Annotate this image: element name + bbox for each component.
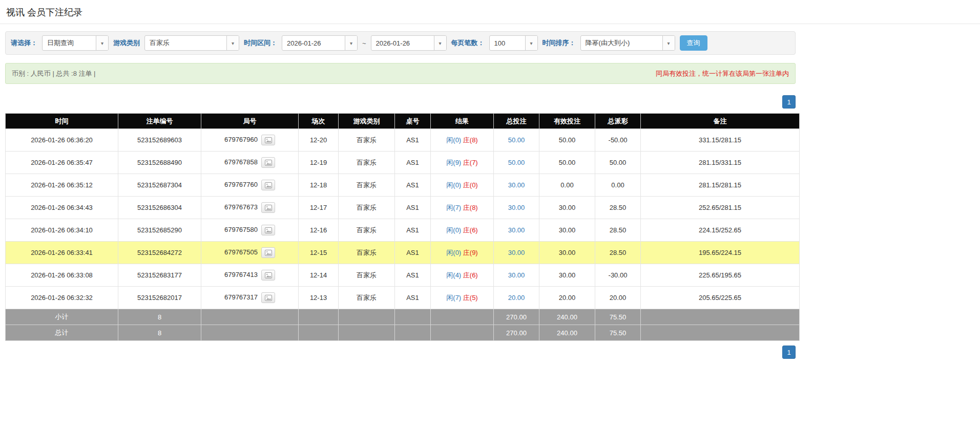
chevron-down-icon[interactable]: ▾ <box>226 36 239 50</box>
total-bet-link[interactable]: 30.00 <box>508 271 525 279</box>
header-total-bet: 总投注 <box>494 114 539 129</box>
round-record-button[interactable] <box>261 270 275 281</box>
round-record-button[interactable] <box>261 247 275 258</box>
cell-valid-bet: 20.00 <box>539 287 595 309</box>
cell-table-no: AS1 <box>395 264 431 287</box>
total-bet-link[interactable]: 30.00 <box>508 226 525 234</box>
subtotal-label: 小计 <box>6 309 118 325</box>
cell-result: 闲(9) 庄(7) <box>431 152 494 174</box>
cell-valid-bet: 50.00 <box>539 129 595 152</box>
table-row: 2026-01-26 06:36:20 523152689603 6797679… <box>6 129 800 152</box>
cell-round-id: 679767673 <box>201 197 299 219</box>
game-type-select[interactable]: 百家乐 ▾ <box>144 35 239 51</box>
round-record-button[interactable] <box>261 135 275 145</box>
cell-valid-bet: 50.00 <box>539 152 595 174</box>
round-id-text: 679767317 <box>224 293 258 301</box>
game-type-label: 游戏类别 <box>113 38 140 48</box>
filter-bar: 请选择： 日期查询 ▾ 游戏类别 百家乐 ▾ 时间区间： 2026-01-26 … <box>5 31 796 55</box>
cell-table-no: AS1 <box>395 287 431 309</box>
footer-empty-cell <box>299 309 339 325</box>
summary-bar: 币别 : 人民币 | 总共 :8 注单 | 同局有效投注，统一计算在该局第一张注… <box>5 63 796 84</box>
cell-payout: 20.00 <box>595 287 641 309</box>
cell-session: 12-16 <box>299 219 339 242</box>
result-player: 闲(9) <box>446 159 461 166</box>
round-record-button[interactable] <box>261 180 275 190</box>
per-page-value: 100 <box>490 36 525 50</box>
header-round-id: 局号 <box>201 114 299 129</box>
cell-game-type: 百家乐 <box>339 242 395 264</box>
total-bet-link[interactable]: 50.00 <box>508 136 525 144</box>
result-player: 闲(0) <box>446 249 461 256</box>
cell-bet-id: 523152682017 <box>118 287 201 309</box>
header-time: 时间 <box>6 114 118 129</box>
subtotal-payout: 75.50 <box>595 309 641 325</box>
cell-result: 闲(0) 庄(6) <box>431 219 494 242</box>
round-id-text: 679767760 <box>224 181 258 188</box>
subtotal-row: 小计 8 270.00 240.00 75.50 <box>6 309 800 325</box>
total-bet-link[interactable]: 20.00 <box>508 294 525 301</box>
round-record-button[interactable] <box>261 292 275 303</box>
per-page-select[interactable]: 100 ▾ <box>489 35 538 51</box>
record-image-icon <box>265 205 272 211</box>
record-image-icon <box>265 227 272 233</box>
cell-bet-id: 523152686304 <box>118 197 201 219</box>
chevron-down-icon[interactable]: ▾ <box>434 36 446 50</box>
cell-remark: 281.15/281.15 <box>641 174 800 197</box>
round-record-button[interactable] <box>261 157 275 168</box>
cell-remark: 195.65/224.15 <box>641 242 800 264</box>
table-row: 2026-01-26 06:33:08 523152683177 6797674… <box>6 264 800 287</box>
date-from-select[interactable]: 2026-01-26 ▾ <box>282 35 358 51</box>
cell-table-no: AS1 <box>395 242 431 264</box>
cell-total-bet: 50.00 <box>494 152 539 174</box>
chevron-down-icon[interactable]: ▾ <box>525 36 537 50</box>
cell-payout: 50.00 <box>595 152 641 174</box>
page-header: 视讯 会员下注纪录 <box>0 0 980 24</box>
table-row: 2026-01-26 06:35:47 523152688490 6797678… <box>6 152 800 174</box>
cell-valid-bet: 30.00 <box>539 219 595 242</box>
per-page-label: 每页笔数： <box>451 38 485 48</box>
date-mode-select[interactable]: 日期查询 ▾ <box>42 35 109 51</box>
cell-time: 2026-01-26 06:33:08 <box>6 264 118 287</box>
footer-empty-cell <box>201 325 299 341</box>
page-button[interactable]: 1 <box>782 95 796 109</box>
round-id-text: 679767673 <box>224 203 258 211</box>
footer-empty-cell <box>431 325 494 341</box>
round-record-button[interactable] <box>261 202 275 213</box>
cell-result: 闲(7) 庄(8) <box>431 197 494 219</box>
header-session: 场次 <box>299 114 339 129</box>
cell-table-no: AS1 <box>395 152 431 174</box>
cell-remark: 281.15/331.15 <box>641 152 800 174</box>
date-mode-label: 请选择： <box>11 38 37 48</box>
chevron-down-icon[interactable]: ▾ <box>345 36 357 50</box>
range-separator: ~ <box>362 39 366 47</box>
header-bet-id: 注单编号 <box>118 114 201 129</box>
chevron-down-icon[interactable]: ▾ <box>96 36 108 50</box>
date-to-select[interactable]: 2026-01-26 ▾ <box>371 35 447 51</box>
total-bet-link[interactable]: 30.00 <box>508 249 525 256</box>
cell-payout: 28.50 <box>595 219 641 242</box>
cell-round-id: 679767858 <box>201 152 299 174</box>
cell-game-type: 百家乐 <box>339 174 395 197</box>
result-player: 闲(7) <box>446 204 461 211</box>
header-valid-bet: 有效投注 <box>539 114 595 129</box>
total-bet-link[interactable]: 50.00 <box>508 159 525 166</box>
cell-remark: 331.15/281.15 <box>641 129 800 152</box>
table-header: 时间 注单编号 局号 场次 游戏类别 桌号 结果 总投注 有效投注 总派彩 备注 <box>6 114 800 129</box>
chevron-down-icon[interactable]: ▾ <box>662 36 675 50</box>
page-button[interactable]: 1 <box>782 346 796 359</box>
cell-payout: 28.50 <box>595 197 641 219</box>
cell-payout: -50.00 <box>595 129 641 152</box>
total-bet-link[interactable]: 30.00 <box>508 204 525 211</box>
cell-bet-id: 523152687304 <box>118 174 201 197</box>
date-to-value: 2026-01-26 <box>371 36 434 50</box>
sort-order-label: 时间排序： <box>543 38 576 48</box>
cell-payout: -30.00 <box>595 264 641 287</box>
total-bet-link[interactable]: 30.00 <box>508 181 525 189</box>
cell-payout: 0.00 <box>595 174 641 197</box>
query-button[interactable]: 查询 <box>680 35 707 51</box>
pagination-top: 1 <box>5 95 796 109</box>
cell-bet-id: 523152684272 <box>118 242 201 264</box>
sort-order-select[interactable]: 降幂(由大到小) ▾ <box>580 35 675 51</box>
round-record-button[interactable] <box>261 225 275 235</box>
table-row: 2026-01-26 06:33:41 523152684272 6797675… <box>6 242 800 264</box>
